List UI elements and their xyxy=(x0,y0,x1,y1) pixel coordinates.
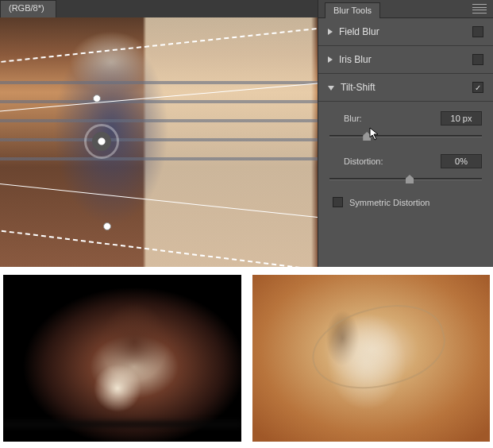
field-blur-checkbox[interactable] xyxy=(472,26,483,37)
symmetric-distortion-row[interactable]: Symmetric Distortion xyxy=(329,197,482,207)
slider-thumb[interactable] xyxy=(406,175,414,183)
image-viewport[interactable] xyxy=(0,17,318,267)
symmetric-distortion-label: Symmetric Distortion xyxy=(349,198,429,207)
slider-thumb[interactable] xyxy=(363,132,371,141)
tilt-shift-checkbox[interactable]: ✓ xyxy=(472,82,483,93)
blur-slider[interactable] xyxy=(329,129,482,143)
panel-menu-icon[interactable] xyxy=(472,3,487,14)
section-tilt-shift[interactable]: Tilt-Shift ✓ xyxy=(318,74,493,102)
example-image-calf xyxy=(252,275,491,442)
example-image-cowboy xyxy=(3,275,241,442)
document-tab[interactable]: (RGB/8*) xyxy=(0,0,56,17)
document-canvas[interactable]: (RGB/8*) xyxy=(0,0,318,267)
tiltshift-handle-top[interactable] xyxy=(93,95,101,102)
disclosure-icon[interactable] xyxy=(328,56,333,63)
tiltshift-pin[interactable] xyxy=(84,124,119,159)
section-title: Iris Blur xyxy=(339,54,466,65)
panel-title: Blur Tools xyxy=(333,6,372,15)
blur-tools-panel: Blur Tools Field Blur Iris Blur Tilt-Shi… xyxy=(318,0,493,267)
tiltshift-handle-bottom[interactable] xyxy=(103,222,111,230)
blur-label: Blur: xyxy=(329,114,391,123)
distortion-value-field[interactable]: 0% xyxy=(441,154,482,168)
photo-content xyxy=(0,17,318,267)
iris-blur-checkbox[interactable] xyxy=(472,54,483,65)
distortion-slider[interactable] xyxy=(329,172,482,186)
document-tab-label: (RGB/8*) xyxy=(9,3,44,13)
section-title: Field Blur xyxy=(339,26,466,37)
disclosure-icon[interactable] xyxy=(328,86,334,91)
tilt-shift-controls: Blur: 10 px Distortion: 0% Symmetric xyxy=(318,102,493,220)
disclosure-icon[interactable] xyxy=(328,29,333,35)
panel-header: Blur Tools xyxy=(318,0,493,18)
section-title: Tilt-Shift xyxy=(341,82,466,93)
blur-value-field[interactable]: 10 px xyxy=(441,111,482,126)
example-thumbnails xyxy=(0,267,493,448)
section-iris-blur[interactable]: Iris Blur xyxy=(318,46,493,74)
panel-tab[interactable]: Blur Tools xyxy=(325,2,380,18)
symmetric-distortion-checkbox[interactable] xyxy=(333,197,343,207)
section-field-blur[interactable]: Field Blur xyxy=(318,18,493,46)
slider-track xyxy=(329,135,482,137)
distortion-label: Distortion: xyxy=(329,156,391,166)
